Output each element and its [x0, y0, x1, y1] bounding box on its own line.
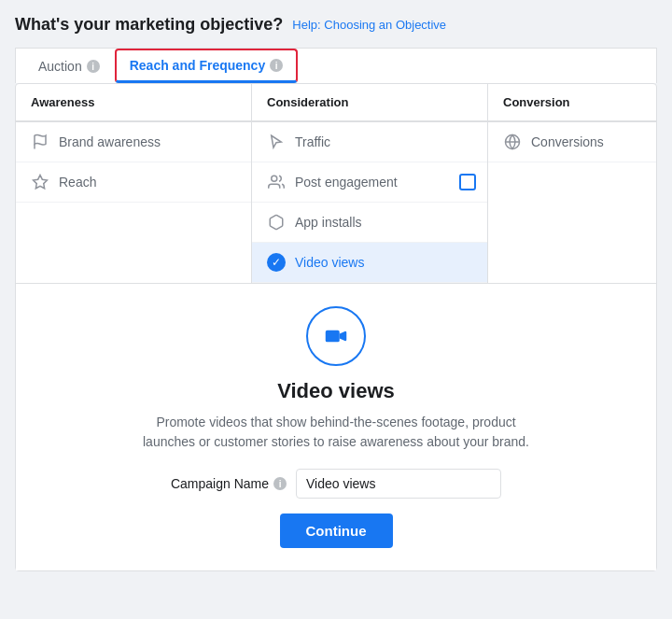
campaign-name-row: Campaign Name i	[171, 469, 501, 499]
conversion-col: Conversions	[488, 122, 656, 283]
auction-tab-label: Auction	[38, 59, 82, 74]
tab-reach[interactable]: Reach and Frequency i	[115, 49, 299, 83]
cursor-icon	[267, 133, 286, 151]
campaign-name-info-icon[interactable]: i	[273, 477, 287, 490]
people-icon	[267, 173, 286, 191]
tab-auction[interactable]: Auction i	[23, 49, 115, 83]
reach-info-icon[interactable]: i	[270, 59, 283, 72]
consideration-header: Consideration	[252, 84, 488, 121]
traffic-label: Traffic	[295, 134, 330, 149]
video-icon-circle	[306, 306, 366, 366]
selected-section: Video views Promote videos that show beh…	[16, 283, 656, 570]
conversions-label: Conversions	[531, 134, 604, 149]
awareness-header: Awareness	[16, 84, 252, 121]
auction-info-icon[interactable]: i	[87, 60, 100, 73]
page-title: What's your marketing objective?	[15, 15, 283, 35]
box-icon	[267, 213, 286, 232]
flag-icon	[31, 133, 49, 151]
reach-tab-label: Reach and Frequency	[130, 58, 266, 73]
consideration-col: Traffic Post engagement	[252, 122, 488, 283]
objectives-columns: Brand awareness Reach	[16, 122, 656, 283]
post-engagement-checkbox[interactable]	[459, 174, 476, 190]
globe-icon	[503, 133, 522, 151]
main-card: Awareness Consideration Conversion Brand…	[15, 83, 657, 571]
selected-check-icon: ✓	[267, 253, 286, 272]
reach-label: Reach	[59, 175, 96, 190]
campaign-name-label: Campaign Name i	[171, 476, 287, 491]
campaign-name-input[interactable]	[296, 469, 501, 499]
tabs-wrapper: Auction i Reach and Frequency i	[15, 48, 657, 83]
awareness-col: Brand awareness Reach	[16, 122, 252, 283]
brand-awareness-item[interactable]: Brand awareness	[16, 122, 251, 162]
brand-awareness-label: Brand awareness	[59, 134, 161, 149]
traffic-item[interactable]: Traffic	[252, 122, 487, 162]
conversions-item[interactable]: Conversions	[488, 122, 656, 162]
help-link[interactable]: Help: Choosing an Objective	[292, 18, 446, 32]
header-row: What's your marketing objective? Help: C…	[15, 15, 657, 35]
app-installs-item[interactable]: App installs	[252, 203, 487, 243]
objectives-header: Awareness Consideration Conversion	[16, 84, 656, 122]
star-icon	[31, 173, 49, 191]
post-engagement-item[interactable]: Post engagement	[252, 162, 487, 203]
svg-point-2	[272, 176, 277, 181]
reach-item[interactable]: Reach	[16, 162, 251, 203]
page-container: What's your marketing objective? Help: C…	[0, 0, 672, 586]
video-views-item[interactable]: ✓ Video views	[252, 243, 487, 283]
svg-marker-1	[34, 176, 48, 189]
video-views-label: Video views	[295, 255, 364, 270]
svg-rect-5	[326, 331, 340, 343]
continue-button[interactable]: Continue	[280, 513, 393, 548]
selected-objective-title: Video views	[277, 379, 395, 403]
app-installs-label: App installs	[295, 215, 362, 230]
conversion-header: Conversion	[488, 84, 656, 121]
selected-objective-desc: Promote videos that show behind-the-scen…	[140, 413, 532, 452]
post-engagement-label: Post engagement	[295, 175, 398, 190]
